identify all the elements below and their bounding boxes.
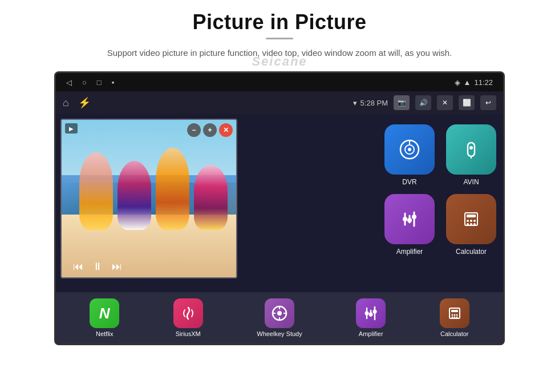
pip-expand-btn[interactable]: + [203, 123, 217, 137]
wifi-time: ▾ 5:28 PM [353, 99, 388, 107]
top-bar: ⌂ ⚡ ▾ 5:28 PM 📷 🔊 ✕ ⬜ ↩ [56, 91, 503, 114]
amplifier-label: Amplifier [396, 248, 423, 256]
subtitle: Support video picture in picture functio… [107, 46, 452, 60]
svg-point-37 [456, 314, 457, 316]
svg-point-35 [451, 314, 453, 316]
person-1 [79, 152, 113, 231]
avin-label: AVIN [463, 178, 479, 186]
play-pause-btn[interactable]: ⏸ [92, 261, 103, 273]
amplifier-icon [384, 194, 435, 244]
calculator-label: Calculator [456, 248, 487, 256]
top-app-row: DVR AVIN [384, 124, 496, 186]
wheelkey-label: Wheelkey Study [257, 330, 302, 337]
usb-icon[interactable]: ⚡ [78, 96, 91, 109]
dvr-svg [398, 138, 421, 161]
home-icon[interactable]: ⌂ [63, 97, 69, 109]
back-btn[interactable]: ↩ [480, 95, 496, 110]
person-2 [118, 161, 151, 230]
wheelkey-app[interactable]: Wheelkey Study [257, 298, 302, 337]
pip-cam-icon: ▶ [65, 123, 78, 134]
page-title: Picture in Picture [192, 10, 366, 34]
status-bar: ◁ ○ □ ▪ ◈ ▲ 11:22 [56, 73, 503, 91]
svg-point-15 [467, 220, 469, 222]
wifi-icon: ▾ [353, 99, 357, 107]
calculator-bottom-svg [446, 305, 463, 322]
media-controls: ⏮ ⏸ ⏭ [73, 261, 122, 273]
calculator-svg [460, 208, 483, 231]
amplifier-app[interactable]: Amplifier [384, 194, 435, 256]
apps-bottom-row: N Netflix SiriusXM [56, 292, 503, 343]
svg-point-10 [403, 217, 407, 221]
wheelkey-icon [265, 298, 294, 328]
svg-point-6 [469, 146, 473, 149]
person-4 [194, 165, 228, 230]
svg-point-2 [408, 148, 411, 151]
svg-point-11 [407, 218, 412, 223]
mid-app-row: Amplifier [384, 194, 496, 256]
svg-point-36 [453, 314, 455, 316]
close-btn[interactable]: ✕ [437, 95, 453, 110]
svg-point-32 [373, 310, 377, 314]
svg-point-19 [470, 223, 472, 225]
pip-minimize-btn[interactable]: − [187, 123, 201, 137]
prev-btn[interactable]: ⏮ [73, 261, 83, 273]
svg-point-16 [470, 220, 472, 222]
avin-app[interactable]: AVIN [446, 124, 496, 186]
back-icon[interactable]: ◁ [66, 78, 72, 87]
svg-point-39 [453, 317, 455, 318]
avin-svg [460, 138, 483, 161]
amplifier-bottom-svg [362, 305, 379, 322]
svg-point-22 [277, 311, 282, 316]
location-icon: ◈ [455, 78, 460, 87]
top-bar-time: 5:28 PM [360, 99, 388, 107]
siriusxm-label: SiriusXM [176, 330, 201, 337]
wheelkey-svg [271, 305, 288, 322]
beach-scene [62, 120, 236, 277]
recents-icon[interactable]: □ [97, 78, 102, 87]
siriusxm-app[interactable]: SiriusXM [173, 298, 203, 337]
svg-point-30 [365, 312, 369, 316]
svg-point-12 [412, 215, 416, 219]
dvr-label: DVR [402, 178, 416, 186]
dvr-icon [384, 124, 435, 175]
people [79, 143, 228, 230]
main-content: ▶ − + ✕ ⏮ ⏸ ⏭ [56, 114, 503, 343]
top-right-icons: DVR AVIN [384, 124, 496, 256]
window-btn[interactable]: ⬜ [459, 95, 475, 110]
amplifier-bottom-icon [356, 298, 386, 328]
svg-rect-14 [467, 215, 476, 217]
pip-controls: − + ✕ [187, 123, 233, 137]
calculator-bottom-icon [440, 298, 469, 328]
screenshot-icon[interactable]: ▪ [112, 78, 115, 87]
top-bar-left: ⌂ ⚡ [63, 96, 91, 109]
amplifier-bottom-label: Amplifier [359, 330, 383, 337]
dvr-app[interactable]: DVR [384, 124, 435, 186]
volume-btn[interactable]: 🔊 [415, 95, 431, 110]
pip-close-btn[interactable]: ✕ [219, 123, 233, 137]
signal-icon: ▲ [464, 78, 471, 87]
top-bar-icons: 📷 🔊 ✕ ⬜ ↩ [394, 95, 496, 110]
siriusxm-icon [173, 298, 203, 328]
netflix-app[interactable]: N Netflix [90, 298, 119, 337]
calculator-app[interactable]: Calculator [446, 194, 496, 256]
amplifier-bottom-app[interactable]: Amplifier [356, 298, 386, 337]
nav-icons: ◁ ○ □ ▪ [66, 78, 114, 87]
top-bar-right: ▾ 5:28 PM 📷 🔊 ✕ ⬜ ↩ [353, 95, 496, 110]
svg-rect-34 [451, 310, 458, 312]
pip-video-content: ▶ − + ✕ [62, 120, 236, 277]
amplifier-svg [398, 208, 421, 231]
camera-btn[interactable]: 📷 [394, 95, 410, 110]
svg-point-20 [473, 223, 476, 225]
person-3 [156, 148, 189, 230]
status-right: ◈ ▲ 11:22 [455, 78, 493, 87]
svg-point-31 [369, 313, 373, 317]
next-btn[interactable]: ⏭ [112, 261, 122, 273]
calculator-icon [446, 194, 496, 244]
avin-icon [446, 124, 496, 175]
home-circle-icon[interactable]: ○ [82, 78, 87, 87]
svg-point-17 [473, 220, 476, 222]
calculator-bottom-app[interactable]: Calculator [440, 298, 469, 337]
netflix-icon: N [90, 298, 119, 328]
pip-window[interactable]: ▶ − + ✕ ⏮ ⏸ ⏭ [60, 119, 237, 278]
svg-point-18 [467, 223, 469, 225]
